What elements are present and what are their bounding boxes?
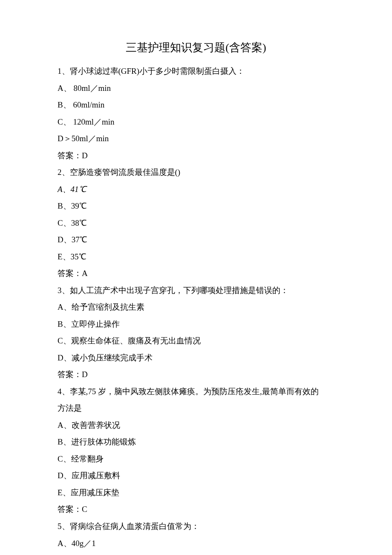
q2-answer: 答案：A <box>58 265 352 282</box>
q2-option-e: E、35℃ <box>58 248 352 265</box>
q4-answer: 答案：C <box>58 501 352 518</box>
q4-option-b: B、进行肢体功能锻炼 <box>58 433 352 450</box>
q1-stem: 1、肾小球滤过率(GFR)小于多少时需限制蛋白摄入： <box>58 63 352 80</box>
q3-answer: 答案：D <box>58 366 352 383</box>
page-title: 三基护理知识复习题(含答案) <box>40 36 352 59</box>
q2-stem: 2、空肠造瘘管饲流质最佳温度是() <box>58 164 352 181</box>
q4-option-c: C、经常翻身 <box>58 450 352 468</box>
q1-option-c: C、 120ml／min <box>58 113 352 131</box>
q5-option-a: A、40g／1 <box>58 535 352 552</box>
q2-option-c: C、38℃ <box>58 215 352 232</box>
q3-option-c: C、观察生命体征、腹痛及有无出血情况 <box>58 332 352 349</box>
q2-option-d: D、37℃ <box>58 231 352 248</box>
q3-option-a: A、给予宫缩剂及抗生素 <box>58 299 352 316</box>
q4-stem-line2: 方法是 <box>58 400 352 417</box>
q2-option-a: A、41℃ <box>58 181 352 198</box>
q5-option-b: B、＞30g／1 <box>58 552 352 555</box>
q2-a-text: A、41℃ <box>58 185 86 194</box>
q3-option-b: B、立即停止操作 <box>58 316 352 333</box>
q4-option-a: A、改善营养状况 <box>58 417 352 434</box>
q4-stem-line1: 4、李某,75 岁，脑中风致左侧肢体瘫痪。为预防压疮发生,最简单而有效的 <box>58 383 352 400</box>
q1-option-d: D＞50ml／min <box>58 130 352 147</box>
document-content: 1、肾小球滤过率(GFR)小于多少时需限制蛋白摄入： A、 80ml／min B… <box>40 63 352 555</box>
q3-stem: 3、如人工流产术中出现子宫穿孔，下列哪项处理措施是错误的： <box>58 282 352 299</box>
q4-option-d: D、应用减压敷料 <box>58 467 352 484</box>
q4-option-e: E、应用减压床垫 <box>58 484 352 501</box>
q5-stem: 5、肾病综合征病人血浆清蛋白值常为： <box>58 518 352 535</box>
q1-option-b: B、 60ml/min <box>58 96 352 113</box>
q1-option-a: A、 80ml／min <box>58 80 352 97</box>
q2-option-b: B、39℃ <box>58 198 352 215</box>
q1-answer: 答案：D <box>58 147 352 164</box>
q3-option-d: D、减小负压继续完成手术 <box>58 349 352 366</box>
